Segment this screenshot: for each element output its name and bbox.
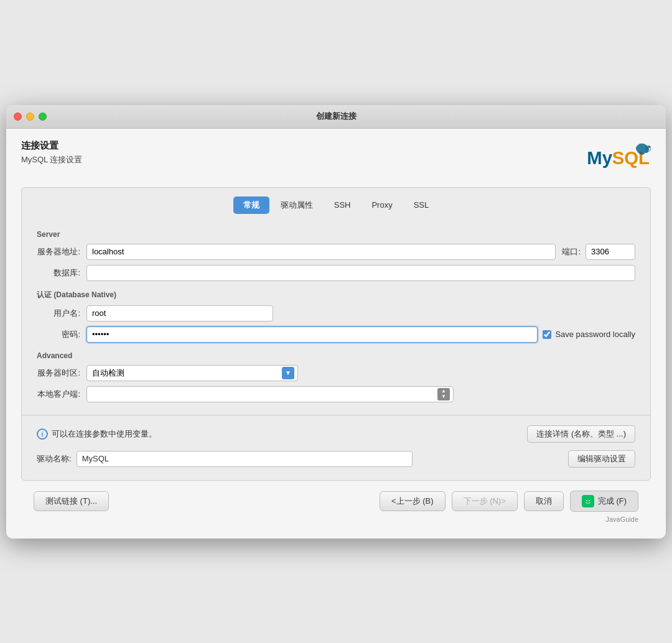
bottom-bar: 测试链接 (T)... <上一步 (B) 下一步 (N)> 取消 完成 (F) xyxy=(21,481,651,512)
window: 创建新连接 连接设置 MySQL 连接设置 My SQL ® xyxy=(6,105,666,539)
port-group: 端口: xyxy=(562,244,635,260)
server-section: Server 服务器地址: 端口: 数据库: xyxy=(22,230,650,281)
svg-point-3 xyxy=(586,500,587,501)
save-password-label: Save password locally xyxy=(555,330,635,339)
timezone-row: 服务器时区: 自动检测 UTC Asia/Shanghai ▼ xyxy=(37,365,635,381)
mysql-logo: My SQL ® xyxy=(582,140,651,177)
local-client-select-wrapper: ▲ ▼ xyxy=(86,386,454,402)
database-row: 数据库: xyxy=(37,265,635,281)
database-input[interactable] xyxy=(86,265,635,281)
tab-driver-props[interactable]: 驱动属性 xyxy=(271,197,323,214)
username-row: 用户名: xyxy=(37,305,635,322)
finish-label: 完成 (F) xyxy=(598,496,627,507)
info-icon: i xyxy=(37,428,48,440)
tab-ssh[interactable]: SSH xyxy=(324,197,361,214)
subtitle: MySQL 连接设置 xyxy=(21,154,82,165)
timezone-select-wrapper: 自动检测 UTC Asia/Shanghai ▼ xyxy=(86,365,298,381)
driver-name-group: 驱动名称: MySQL xyxy=(37,451,413,467)
wechat-icon xyxy=(582,495,594,507)
svg-text:My: My xyxy=(587,147,612,167)
traffic-lights xyxy=(14,113,47,121)
minimize-button[interactable] xyxy=(26,113,34,121)
info-row: i 可以在连接参数中使用变量。 连接详情 (名称、类型 ...) xyxy=(22,425,650,443)
driver-row: 驱动名称: MySQL 编辑驱动设置 xyxy=(22,450,650,468)
header-labels: 连接设置 MySQL 连接设置 xyxy=(21,140,82,165)
port-input[interactable] xyxy=(586,244,635,260)
advanced-section-label: Advanced xyxy=(37,351,635,360)
tab-bar: 常规 驱动属性 SSH Proxy SSL xyxy=(22,188,650,221)
advanced-section: Advanced 服务器时区: 自动检测 UTC Asia/Shanghai ▼ xyxy=(22,351,650,402)
server-address-label: 服务器地址: xyxy=(37,246,86,257)
window-title: 创建新连接 xyxy=(316,111,357,122)
auth-section: 认证 (Database Native) 用户名: 密码: Save passw… xyxy=(22,290,650,343)
local-client-label: 本地客户端: xyxy=(37,389,86,400)
password-row: 密码: Save password locally xyxy=(37,326,635,343)
save-password-checkbox[interactable] xyxy=(543,330,551,339)
bottom-right-buttons: <上一步 (B) 下一步 (N)> 取消 完成 (F) xyxy=(380,491,638,512)
server-section-label: Server xyxy=(37,230,635,239)
divider xyxy=(22,415,650,415)
local-client-row: 本地客户端: ▲ ▼ xyxy=(37,386,635,402)
watermark: JavaGuide xyxy=(605,516,638,523)
titlebar: 创建新连接 xyxy=(6,105,666,129)
connection-details-button[interactable]: 连接详情 (名称、类型 ...) xyxy=(527,425,635,443)
tab-ssl[interactable]: SSL xyxy=(404,197,439,214)
test-connection-button[interactable]: 测试链接 (T)... xyxy=(34,491,109,511)
driver-label: 驱动名称: xyxy=(37,453,72,465)
finish-button[interactable]: 完成 (F) xyxy=(570,491,638,512)
cancel-button[interactable]: 取消 xyxy=(524,491,564,511)
info-text: i 可以在连接参数中使用变量。 xyxy=(37,428,157,440)
port-label: 端口: xyxy=(562,246,581,257)
edit-driver-button[interactable]: 编辑驱动设置 xyxy=(568,450,635,468)
password-label: 密码: xyxy=(37,329,86,340)
main-panel: 常规 驱动属性 SSH Proxy SSL Server 服务器地址: 端口: xyxy=(21,187,651,481)
close-button[interactable] xyxy=(14,113,22,121)
tab-proxy[interactable]: Proxy xyxy=(362,197,402,214)
save-password-row: Save password locally xyxy=(543,330,635,339)
next-button[interactable]: 下一步 (N)> xyxy=(452,491,518,511)
password-input[interactable] xyxy=(86,326,538,343)
prev-button[interactable]: <上一步 (B) xyxy=(380,491,446,511)
local-client-select[interactable] xyxy=(86,386,454,402)
header-row: 连接设置 MySQL 连接设置 My SQL ® xyxy=(21,140,651,177)
auth-section-label: 认证 (Database Native) xyxy=(37,290,635,300)
section-title: 连接设置 xyxy=(21,140,82,152)
tab-general[interactable]: 常规 xyxy=(233,197,269,214)
username-label: 用户名: xyxy=(37,308,86,319)
timezone-select[interactable]: 自动检测 UTC Asia/Shanghai xyxy=(86,365,298,381)
content: 连接设置 MySQL 连接设置 My SQL ® 常规 驱动属性 SSH Pro… xyxy=(6,129,666,539)
timezone-label: 服务器时区: xyxy=(37,368,86,379)
username-input[interactable] xyxy=(86,305,273,322)
info-message: 可以在连接参数中使用变量。 xyxy=(52,428,157,440)
svg-point-4 xyxy=(589,500,590,501)
server-address-input[interactable] xyxy=(86,244,556,260)
database-label: 数据库: xyxy=(37,267,86,279)
driver-value-display: MySQL xyxy=(77,451,413,467)
server-address-row: 服务器地址: 端口: xyxy=(37,244,635,260)
maximize-button[interactable] xyxy=(39,113,47,121)
bottom-left-buttons: 测试链接 (T)... xyxy=(34,491,109,511)
